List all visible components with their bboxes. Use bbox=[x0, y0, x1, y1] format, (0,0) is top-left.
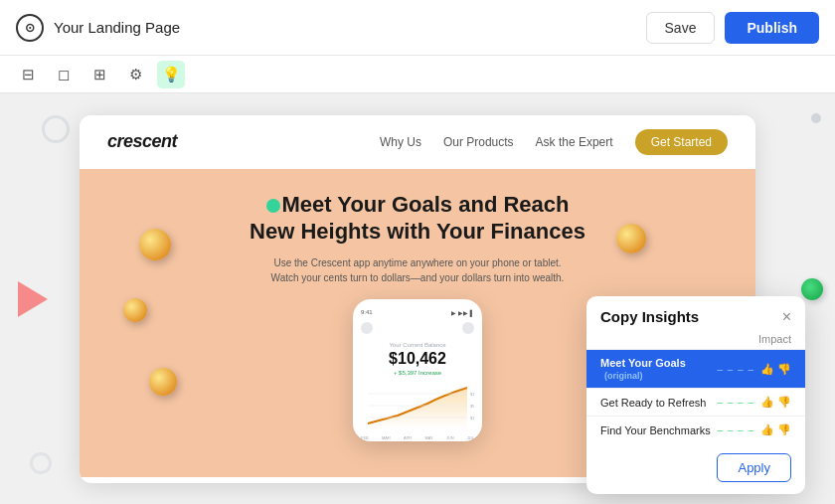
site-cta-button[interactable]: Get Started bbox=[635, 129, 728, 155]
publish-button[interactable]: Publish bbox=[725, 12, 819, 44]
deco-ring-bottom bbox=[30, 452, 52, 474]
page-title: Your Landing Page bbox=[54, 19, 180, 36]
vote-icons-1: 👍 👎 bbox=[760, 396, 791, 409]
lightbulb-icon[interactable]: 💡 bbox=[157, 61, 185, 88]
svg-text:$5K: $5K bbox=[470, 404, 474, 409]
thumbs-up-0[interactable]: 👍 bbox=[760, 363, 774, 376]
impact-dashes-2: – – – – bbox=[717, 424, 754, 435]
insight-label-1: Get Ready to Refresh bbox=[600, 397, 717, 409]
insight-row-2[interactable]: Find Your Benchmarks – – – – 👍 👎 bbox=[586, 416, 805, 443]
insight-impact-0: – – – – 👍 👎 bbox=[717, 363, 791, 376]
thumbs-up-2[interactable]: 👍 bbox=[760, 423, 774, 436]
insight-label-2: Find Your Benchmarks bbox=[600, 424, 717, 436]
coin-3 bbox=[149, 368, 177, 396]
phone-icon-search bbox=[361, 322, 373, 334]
insight-impact-1: – – – – 👍 👎 bbox=[717, 396, 791, 409]
svg-text:$1K: $1K bbox=[470, 416, 474, 420]
canvas-area: crescent Why Us Our Products Ask the Exp… bbox=[0, 93, 835, 504]
top-bar-right: Save Publish bbox=[646, 12, 819, 44]
toolbar: ⊟ ◻ ⊞ ⚙ 💡 bbox=[0, 56, 835, 93]
insights-panel: Copy Insights × Impact Meet Your Goals (… bbox=[586, 296, 805, 494]
thumbs-down-0[interactable]: 👎 bbox=[777, 363, 791, 376]
phone-increase: + $5,397 Increase bbox=[361, 370, 474, 376]
phone-icon-bell bbox=[462, 322, 474, 334]
site-nav-links: Why Us Our Products Ask the Expert Get S… bbox=[380, 129, 728, 155]
chart-labels: FEB MAR APR MAY JUN JUL bbox=[361, 435, 474, 440]
green-dot bbox=[266, 199, 280, 213]
insights-table-header: Impact bbox=[586, 333, 805, 349]
svg-text:$10K: $10K bbox=[470, 392, 474, 397]
deco-dot bbox=[811, 113, 821, 123]
coin-1 bbox=[139, 229, 171, 260]
phone-status: 9:41 ▶ ▶▶ ▌ bbox=[361, 309, 474, 316]
top-bar: ⊙ Your Landing Page Save Publish bbox=[0, 0, 835, 56]
impact-dashes-1: – – – – bbox=[717, 397, 754, 408]
insight-row-0[interactable]: Meet Your Goals (original) – – – – 👍 👎 bbox=[586, 349, 805, 388]
thumbs-down-1[interactable]: 👎 bbox=[777, 396, 791, 409]
insight-row-1[interactable]: Get Ready to Refresh – – – – 👍 👎 bbox=[586, 388, 805, 416]
deco-ring-left bbox=[42, 115, 70, 143]
impact-dashes-0: – – – – bbox=[717, 364, 754, 375]
phone-icons-row bbox=[361, 322, 474, 334]
apply-button[interactable]: Apply bbox=[717, 453, 791, 482]
top-bar-left: ⊙ Your Landing Page bbox=[16, 14, 180, 42]
site-nav: crescent Why Us Our Products Ask the Exp… bbox=[80, 115, 755, 169]
phone-balance: $10,462 bbox=[361, 350, 474, 368]
thumbs-down-2[interactable]: 👎 bbox=[777, 423, 791, 436]
insights-header: Copy Insights × bbox=[586, 296, 805, 333]
hero-subtitle: Use the Crescent app anytime anywhere on… bbox=[107, 255, 728, 285]
vote-icons-2: 👍 👎 bbox=[760, 423, 791, 436]
nav-link-expert: Ask the Expert bbox=[536, 135, 613, 149]
layout-icon[interactable]: ⊟ bbox=[14, 61, 42, 88]
original-badge: (original) bbox=[604, 371, 643, 381]
phone-balance-label: Your Current Balance bbox=[361, 342, 474, 348]
settings-icon[interactable]: ⚙ bbox=[121, 61, 149, 88]
phone-chart: $10K $5K $1K FEB MAR APR MAY JUN JUL bbox=[361, 382, 474, 429]
site-logo: crescent bbox=[107, 131, 177, 152]
nav-link-products: Our Products bbox=[443, 135, 514, 149]
insights-footer: Apply bbox=[586, 443, 805, 494]
vote-icons-0: 👍 👎 bbox=[760, 363, 791, 376]
image-icon[interactable]: ◻ bbox=[50, 61, 78, 88]
insight-label-0: Meet Your Goals (original) bbox=[600, 357, 717, 381]
insights-close-button[interactable]: × bbox=[782, 309, 791, 325]
grid-icon[interactable]: ⊞ bbox=[85, 61, 113, 88]
impact-column-label: Impact bbox=[758, 333, 791, 345]
app-logo: ⊙ bbox=[16, 14, 44, 42]
coin-2 bbox=[123, 298, 147, 322]
insights-title: Copy Insights bbox=[600, 308, 699, 325]
thumbs-up-1[interactable]: 👍 bbox=[760, 396, 774, 409]
deco-circle bbox=[801, 278, 823, 300]
save-button[interactable]: Save bbox=[646, 12, 716, 44]
insight-impact-2: – – – – 👍 👎 bbox=[717, 423, 791, 436]
phone-mockup: 9:41 ▶ ▶▶ ▌ Your Current Balance $10,462… bbox=[353, 299, 482, 441]
coin-4 bbox=[616, 224, 646, 253]
deco-triangle bbox=[18, 281, 48, 317]
chart-svg: $10K $5K $1K bbox=[361, 382, 474, 429]
nav-link-why: Why Us bbox=[380, 135, 421, 149]
